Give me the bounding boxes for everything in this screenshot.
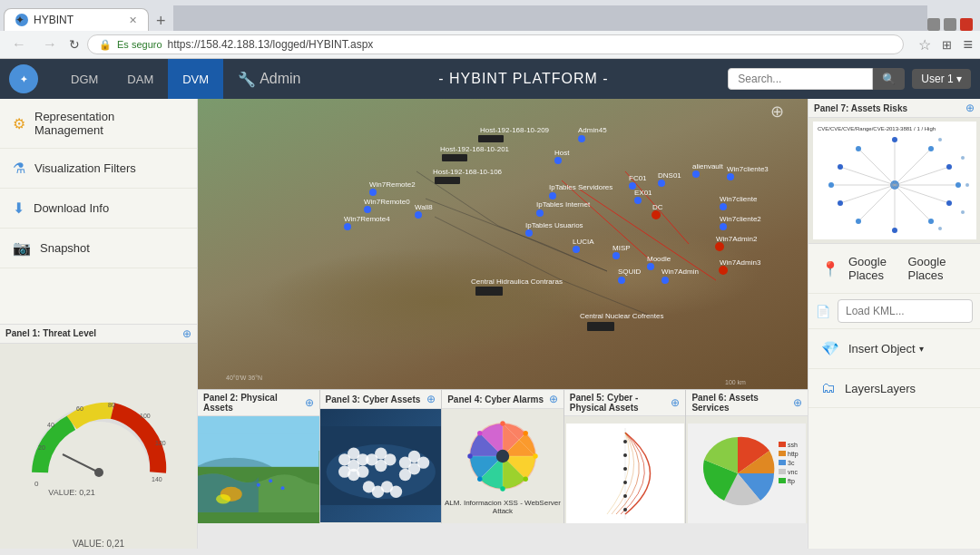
panel5-content (564, 416, 686, 523)
svg-text:140: 140 (152, 476, 162, 482)
panel5-header: Panel 5: Cyber - Physical Assets ⊕ (564, 390, 686, 416)
svg-point-86 (257, 483, 260, 487)
svg-point-170 (938, 138, 942, 141)
panel5-expand-button[interactable]: ⊕ (671, 396, 680, 409)
refresh-button[interactable]: ↻ (69, 37, 80, 52)
panel3: Panel 3: Cyber Assets ⊕ (320, 390, 443, 523)
search-input[interactable] (728, 68, 873, 90)
svg-point-162 (928, 219, 934, 224)
nav-item-dvm[interactable]: DVM (168, 59, 223, 99)
tab-favicon: ✦ (15, 14, 28, 26)
panel6: Panel 6: Assets Services ⊕ (686, 390, 808, 523)
maximize-button[interactable] (944, 18, 956, 31)
cyber-assets-visual (320, 409, 442, 522)
svg-text:20: 20 (38, 444, 45, 451)
panel4-alarm-label: ALM. Informacion XSS - WebServer Attack (442, 497, 564, 517)
new-tab-button[interactable]: + (149, 12, 173, 31)
svg-point-164 (856, 219, 861, 224)
extensions-button[interactable]: ⊞ (938, 36, 956, 54)
main-content: ⚙ Representation Management ⚗ Visualizat… (0, 99, 980, 549)
right-panel: Panel 7: Assets Risks ⊕ (808, 99, 980, 549)
panel2-header: Panel 2: Physical Assets ⊕ (198, 390, 319, 416)
nav-item-dam[interactable]: DAM (113, 59, 168, 99)
browser-tab[interactable]: ✦ HYBINT ✕ (4, 8, 149, 31)
kml-input-row: 📄 (808, 294, 980, 329)
places-icon: 📍 (821, 260, 839, 278)
panel7-expand-button[interactable]: ⊕ (965, 102, 975, 114)
kml-input[interactable] (838, 299, 973, 323)
filter-icon: ⚗ (13, 160, 25, 177)
svg-point-122 (477, 476, 482, 481)
svg-point-87 (269, 479, 272, 482)
svg-point-158 (928, 146, 934, 151)
svg-point-119 (533, 453, 537, 458)
right-panel-google-places[interactable]: 📍 Google Places Panel 7: Assets Risks Go… (808, 244, 980, 294)
panel3-title: Panel 3: Cyber Assets (326, 394, 421, 404)
panel1-expand-button[interactable]: ⊕ (182, 327, 191, 340)
panel1-value: VALUE: 0,21 (0, 539, 197, 549)
layers-icon: 🗂 (821, 380, 836, 396)
tab-title: HYBINT (34, 14, 74, 26)
svg-point-120 (523, 476, 527, 481)
map-area: Host-192-168-10-209 Admin45 Host-192-168… (198, 99, 808, 549)
panel6-title: Panel 6: Assets Services (691, 393, 793, 413)
secure-label: Es seguro (117, 39, 162, 50)
svg-point-121 (500, 486, 505, 491)
panel3-expand-button[interactable]: ⊕ (426, 393, 436, 405)
svg-point-123 (467, 453, 472, 458)
app-container: ✦ DGM DAM DVM 🔧 Admin - HYBINT PLATFORM … (0, 59, 980, 549)
svg-rect-134 (779, 442, 786, 447)
nav-admin[interactable]: 🔧 Admin (223, 71, 318, 88)
panel7-title: Panel 7: Assets Risks (814, 103, 907, 113)
map-container: Host-192-168-10-209 Admin45 Host-192-168… (198, 99, 808, 389)
camera-icon: 📷 (13, 239, 31, 257)
svg-point-118 (523, 431, 527, 435)
panel1-header: Panel 1: Threat Level ⊕ (0, 325, 197, 344)
svg-point-161 (946, 200, 952, 206)
panel6-expand-button[interactable]: ⊕ (793, 396, 802, 409)
object-icon: 💎 (821, 340, 839, 357)
sidebar-item-download[interactable]: ⬇ Download Info (0, 189, 197, 229)
svg-point-163 (892, 228, 897, 233)
panel1-title: Panel 1: Threat Level (5, 328, 96, 338)
right-panel-insert-object[interactable]: 💎 Insert Object ▾ (808, 329, 980, 369)
svg-point-116 (496, 449, 509, 462)
forward-button[interactable]: → (38, 34, 62, 54)
bottom-panels-row: Panel 2: Physical Assets ⊕ (198, 389, 808, 523)
svg-point-124 (477, 431, 482, 435)
url-bar[interactable]: 🔒 Es seguro https://158.42.188.13/logged… (87, 34, 904, 54)
svg-point-174 (938, 227, 942, 230)
panel7-container: Panel 7: Assets Risks ⊕ (808, 99, 980, 244)
panel4-expand-button[interactable]: ⊕ (549, 393, 558, 405)
kml-icon: 📄 (816, 305, 830, 318)
svg-text:60: 60 (76, 405, 83, 412)
minimize-button[interactable] (927, 18, 940, 31)
bookmark-star-button[interactable]: ☆ (918, 36, 931, 54)
panel7-content: CVE/CVE/CVE/Range/CVE-2013-3881 / 1 / Hi… (808, 118, 980, 242)
svg-text:ssh: ssh (788, 442, 798, 448)
sidebar-item-visualization[interactable]: ⚗ Visualization Filters (0, 149, 197, 189)
nav-item-dgm[interactable]: DGM (56, 59, 113, 99)
back-button[interactable]: ← (7, 34, 31, 54)
svg-text:0: 0 (34, 480, 39, 488)
right-panel-layers[interactable]: 🗂 Layers Layers (808, 369, 980, 408)
svg-point-1 (94, 468, 103, 477)
close-button[interactable] (960, 18, 973, 31)
svg-point-129 (623, 467, 627, 471)
search-button[interactable]: 🔍 (873, 68, 905, 90)
browser-menu-button[interactable]: ≡ (963, 35, 973, 54)
sidebar-item-representation[interactable]: ⚙ Representation Management (0, 99, 197, 149)
svg-point-166 (828, 182, 834, 188)
svg-text:40: 40 (47, 422, 54, 428)
svg-point-165 (838, 200, 843, 206)
panel5: Panel 5: Cyber - Physical Assets ⊕ (564, 390, 687, 523)
svg-point-117 (500, 421, 505, 425)
tab-close[interactable]: ✕ (129, 15, 137, 26)
sidebar-item-snapshot[interactable]: 📷 Snapshot (0, 229, 197, 268)
svg-point-132 (623, 508, 627, 511)
panel2-expand-button[interactable]: ⊕ (305, 396, 314, 409)
svg-text:CVE/CVE/CVE/Range/CVE-2013-388: CVE/CVE/CVE/Range/CVE-2013-3881 / 1 / Hi… (818, 126, 936, 131)
browser-chrome: ✦ HYBINT ✕ + ← → ↻ 🔒 Es seguro https://1… (0, 0, 980, 59)
user-menu[interactable]: User 1 ▾ (912, 69, 971, 89)
svg-point-160 (956, 182, 961, 188)
